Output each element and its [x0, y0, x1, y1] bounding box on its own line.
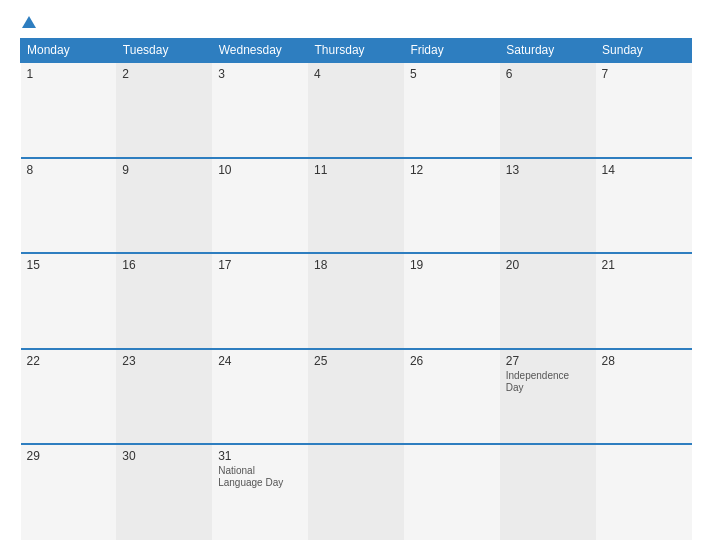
day-number: 15: [27, 258, 111, 272]
day-number: 16: [122, 258, 206, 272]
day-number: 2: [122, 67, 206, 81]
day-number: 1: [27, 67, 111, 81]
day-number: 28: [602, 354, 686, 368]
calendar-day-cell: 5: [404, 62, 500, 158]
day-number: 17: [218, 258, 302, 272]
col-thursday: Thursday: [308, 39, 404, 63]
calendar-day-cell: 17: [212, 253, 308, 349]
col-tuesday: Tuesday: [116, 39, 212, 63]
calendar-day-cell: 20: [500, 253, 596, 349]
day-event: Independence Day: [506, 370, 590, 394]
calendar-day-cell: 6: [500, 62, 596, 158]
col-saturday: Saturday: [500, 39, 596, 63]
calendar-day-cell: [500, 444, 596, 540]
col-monday: Monday: [21, 39, 117, 63]
calendar-day-cell: 9: [116, 158, 212, 254]
calendar-day-cell: 27Independence Day: [500, 349, 596, 445]
day-number: 3: [218, 67, 302, 81]
calendar-week-row: 15161718192021: [21, 253, 692, 349]
col-friday: Friday: [404, 39, 500, 63]
calendar-day-cell: 23: [116, 349, 212, 445]
calendar-day-cell: 18: [308, 253, 404, 349]
day-number: 26: [410, 354, 494, 368]
calendar-day-cell: 15: [21, 253, 117, 349]
calendar-day-cell: 26: [404, 349, 500, 445]
calendar-day-cell: 8: [21, 158, 117, 254]
calendar-day-cell: 19: [404, 253, 500, 349]
day-number: 13: [506, 163, 590, 177]
day-number: 21: [602, 258, 686, 272]
day-number: 18: [314, 258, 398, 272]
calendar-day-cell: 3: [212, 62, 308, 158]
calendar-day-cell: 11: [308, 158, 404, 254]
calendar-table: Monday Tuesday Wednesday Thursday Friday…: [20, 38, 692, 540]
calendar-week-row: 1234567: [21, 62, 692, 158]
day-number: 9: [122, 163, 206, 177]
logo-triangle-icon: [22, 16, 36, 28]
day-number: 11: [314, 163, 398, 177]
weekday-header-row: Monday Tuesday Wednesday Thursday Friday…: [21, 39, 692, 63]
calendar-week-row: 222324252627Independence Day28: [21, 349, 692, 445]
day-number: 31: [218, 449, 302, 463]
calendar-page: Monday Tuesday Wednesday Thursday Friday…: [0, 0, 712, 550]
calendar-day-cell: 31National Language Day: [212, 444, 308, 540]
calendar-day-cell: [308, 444, 404, 540]
calendar-day-cell: 4: [308, 62, 404, 158]
calendar-day-cell: [404, 444, 500, 540]
day-number: 29: [27, 449, 111, 463]
calendar-day-cell: 21: [596, 253, 692, 349]
calendar-day-cell: 12: [404, 158, 500, 254]
day-event: National Language Day: [218, 465, 302, 489]
calendar-day-cell: 2: [116, 62, 212, 158]
day-number: 20: [506, 258, 590, 272]
day-number: 30: [122, 449, 206, 463]
calendar-day-cell: 30: [116, 444, 212, 540]
calendar-day-cell: 24: [212, 349, 308, 445]
day-number: 23: [122, 354, 206, 368]
day-number: 12: [410, 163, 494, 177]
logo: [20, 16, 36, 30]
calendar-week-row: 891011121314: [21, 158, 692, 254]
calendar-day-cell: 22: [21, 349, 117, 445]
calendar-day-cell: 13: [500, 158, 596, 254]
calendar-day-cell: 25: [308, 349, 404, 445]
col-sunday: Sunday: [596, 39, 692, 63]
day-number: 7: [602, 67, 686, 81]
day-number: 22: [27, 354, 111, 368]
day-number: 10: [218, 163, 302, 177]
day-number: 24: [218, 354, 302, 368]
day-number: 14: [602, 163, 686, 177]
calendar-day-cell: 14: [596, 158, 692, 254]
day-number: 25: [314, 354, 398, 368]
calendar-day-cell: 7: [596, 62, 692, 158]
calendar-day-cell: 29: [21, 444, 117, 540]
day-number: 5: [410, 67, 494, 81]
calendar-day-cell: 10: [212, 158, 308, 254]
col-wednesday: Wednesday: [212, 39, 308, 63]
calendar-header: [20, 16, 692, 30]
calendar-day-cell: [596, 444, 692, 540]
calendar-day-cell: 16: [116, 253, 212, 349]
calendar-day-cell: 1: [21, 62, 117, 158]
calendar-day-cell: 28: [596, 349, 692, 445]
calendar-week-row: 293031National Language Day: [21, 444, 692, 540]
day-number: 19: [410, 258, 494, 272]
day-number: 8: [27, 163, 111, 177]
day-number: 4: [314, 67, 398, 81]
day-number: 27: [506, 354, 590, 368]
day-number: 6: [506, 67, 590, 81]
